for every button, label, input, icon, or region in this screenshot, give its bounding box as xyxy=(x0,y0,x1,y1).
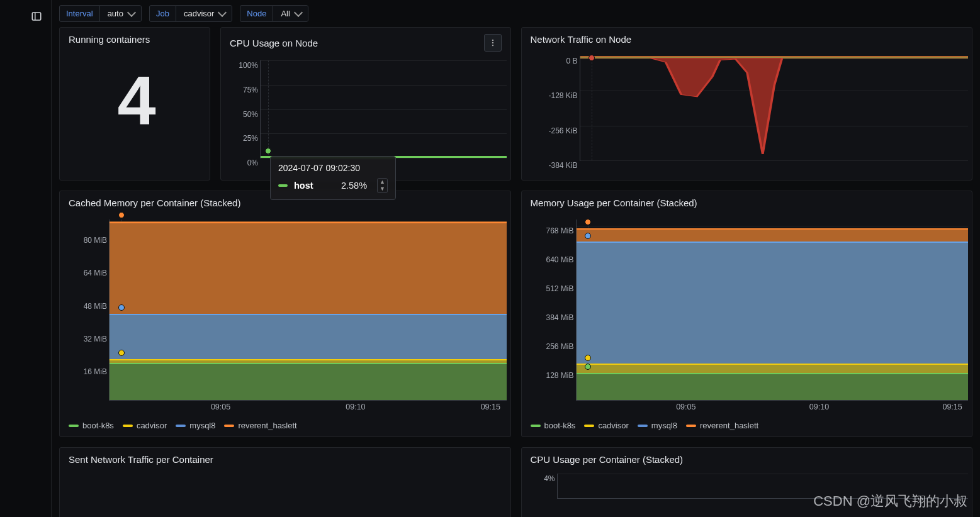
legend: boot-k8s cadvisor mysql8 reverent_haslet… xyxy=(60,420,510,436)
hover-tooltip: 2024-07-07 09:02:30 host 2.58% ▲▼ xyxy=(270,156,396,200)
node-value: All xyxy=(281,9,290,18)
left-sidebar xyxy=(0,0,52,517)
panel-network-node: Network Traffic on Node 0 B -128 KiB -25… xyxy=(521,27,973,181)
svg-point-2 xyxy=(492,40,493,41)
svg-point-4 xyxy=(492,45,493,46)
job-label: Job xyxy=(149,5,176,22)
panel-title: Running containers xyxy=(69,34,150,45)
legend-item[interactable]: mysql8 xyxy=(176,421,215,430)
panel-cached-memory: Cached Memory per Container (Stacked) 16… xyxy=(59,191,511,437)
legend-item[interactable]: boot-k8s xyxy=(531,421,576,430)
svg-point-3 xyxy=(492,42,493,43)
tooltip-timestamp: 2024-07-07 09:02:30 xyxy=(278,163,388,173)
panel-sent-network: Sent Network Traffic per Container xyxy=(59,447,511,517)
panel-title: Cached Memory per Container (Stacked) xyxy=(69,197,240,208)
variables-toolbar: Interval auto Job cadvisor Node All xyxy=(52,0,980,27)
cpu-node-marker xyxy=(265,148,271,154)
legend-item[interactable]: cadvisor xyxy=(123,421,167,430)
running-containers-value: 4 xyxy=(64,60,206,140)
memory-usage-plot[interactable]: 128 MiB 256 MiB 384 MiB 512 MiB 640 MiB … xyxy=(576,220,969,401)
legend-item[interactable]: cadvisor xyxy=(584,421,628,430)
tooltip-value: 2.58% xyxy=(341,181,367,191)
chevron-down-icon xyxy=(127,8,136,17)
legend-item[interactable]: reverent_haslett xyxy=(686,421,758,430)
legend-item[interactable]: boot-k8s xyxy=(69,421,114,430)
job-select[interactable]: cadvisor xyxy=(176,5,232,22)
interval-value: auto xyxy=(108,9,123,18)
cached-memory-plot[interactable]: 16 MiB 32 MiB 48 MiB 64 MiB 80 MiB xyxy=(109,220,507,401)
panel-title: Network Traffic on Node xyxy=(531,34,632,45)
svg-rect-0 xyxy=(32,13,41,20)
legend-item[interactable]: reverent_haslett xyxy=(224,421,296,430)
interval-label: Interval xyxy=(59,5,99,22)
chevron-down-icon xyxy=(218,8,227,17)
cpu-container-plot[interactable]: 4% xyxy=(557,474,969,499)
panel-cpu-container: CPU Usage per Container (Stacked) 4% xyxy=(521,447,973,517)
interval-select[interactable]: auto xyxy=(99,5,142,22)
panel-memory-usage: Memory Usage per Container (Stacked) 128… xyxy=(521,191,973,437)
panel-menu-button[interactable] xyxy=(484,34,502,52)
panel-title: CPU Usage per Container (Stacked) xyxy=(531,454,684,465)
tooltip-sort[interactable]: ▲▼ xyxy=(377,178,388,193)
chevron-down-icon xyxy=(294,8,303,17)
cpu-node-plot[interactable]: 100% 75% 50% 25% 0% xyxy=(260,60,507,158)
panel-cpu-node: CPU Usage on Node 100% 75% 50% 25 xyxy=(220,27,511,181)
node-select[interactable]: All xyxy=(273,5,308,22)
panel-title: Memory Usage per Container (Stacked) xyxy=(531,197,697,208)
panel-running-containers: Running containers 4 xyxy=(59,27,210,181)
legend: boot-k8s cadvisor mysql8 reverent_haslet… xyxy=(522,420,972,436)
panel-title: CPU Usage on Node xyxy=(230,38,318,48)
legend-item[interactable]: mysql8 xyxy=(638,421,677,430)
node-label: Node xyxy=(240,5,273,22)
sidebar-toggle-icon[interactable] xyxy=(25,6,48,26)
network-node-plot[interactable]: 0 B -128 KiB -256 KiB -384 KiB xyxy=(580,56,969,161)
job-value: cadvisor xyxy=(184,9,214,18)
panel-title: Sent Network Traffic per Container xyxy=(69,454,213,465)
tooltip-series: host xyxy=(294,181,335,191)
